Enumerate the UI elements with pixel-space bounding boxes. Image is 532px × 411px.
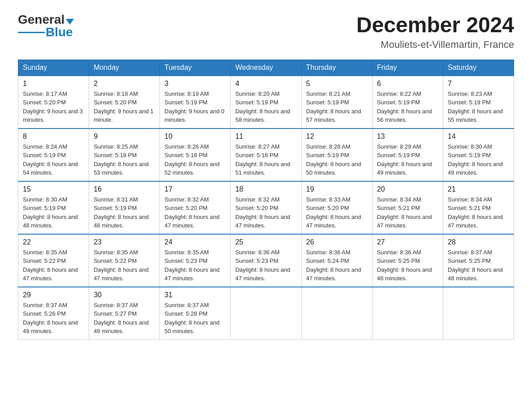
col-monday: Monday: [89, 60, 160, 76]
day-number: 6: [377, 80, 438, 88]
calendar-cell: 12 Sunrise: 8:28 AMSunset: 5:19 PMDaylig…: [301, 128, 372, 181]
day-info: Sunrise: 8:27 AMSunset: 5:18 PMDaylight:…: [235, 143, 290, 176]
day-number: 18: [235, 185, 296, 193]
day-number: 26: [306, 238, 368, 246]
calendar-cell: 20 Sunrise: 8:34 AMSunset: 5:21 PMDaylig…: [372, 181, 443, 234]
day-info: Sunrise: 8:25 AMSunset: 5:18 PMDaylight:…: [94, 143, 149, 176]
day-info: Sunrise: 8:28 AMSunset: 5:19 PMDaylight:…: [306, 143, 361, 176]
day-number: 22: [23, 238, 84, 246]
calendar-cell: [443, 287, 514, 340]
day-info: Sunrise: 8:34 AMSunset: 5:21 PMDaylight:…: [377, 196, 432, 229]
day-info: Sunrise: 8:35 AMSunset: 5:23 PMDaylight:…: [164, 249, 219, 282]
calendar-cell: 16 Sunrise: 8:31 AMSunset: 5:19 PMDaylig…: [89, 181, 160, 234]
calendar-cell: 28 Sunrise: 8:37 AMSunset: 5:25 PMDaylig…: [443, 234, 514, 287]
day-number: 8: [23, 133, 84, 141]
calendar-cell: 9 Sunrise: 8:25 AMSunset: 5:18 PMDayligh…: [89, 128, 160, 181]
calendar-cell: 14 Sunrise: 8:30 AMSunset: 5:19 PMDaylig…: [443, 128, 514, 181]
calendar-cell: 6 Sunrise: 8:22 AMSunset: 5:19 PMDayligh…: [372, 76, 443, 128]
day-info: Sunrise: 8:18 AMSunset: 5:20 PMDaylight:…: [94, 90, 154, 124]
day-number: 15: [23, 185, 84, 193]
col-tuesday: Tuesday: [160, 60, 231, 76]
calendar-cell: 2 Sunrise: 8:18 AMSunset: 5:20 PMDayligh…: [89, 76, 160, 128]
col-wednesday: Wednesday: [231, 60, 301, 76]
day-info: Sunrise: 8:26 AMSunset: 5:18 PMDaylight:…: [164, 143, 219, 176]
day-number: 29: [23, 291, 84, 299]
calendar-cell: 13 Sunrise: 8:29 AMSunset: 5:19 PMDaylig…: [372, 128, 443, 181]
day-number: 12: [306, 133, 368, 141]
day-number: 11: [235, 133, 296, 141]
col-thursday: Thursday: [301, 60, 372, 76]
day-number: 23: [94, 238, 155, 246]
calendar-cell: 10 Sunrise: 8:26 AMSunset: 5:18 PMDaylig…: [160, 128, 231, 181]
calendar-week-row: 8 Sunrise: 8:24 AMSunset: 5:19 PMDayligh…: [18, 128, 514, 181]
calendar-week-row: 1 Sunrise: 8:17 AMSunset: 5:20 PMDayligh…: [18, 76, 514, 128]
day-number: 25: [235, 238, 296, 246]
day-info: Sunrise: 8:21 AMSunset: 5:19 PMDaylight:…: [306, 90, 361, 124]
calendar-week-row: 15 Sunrise: 8:30 AMSunset: 5:19 PMDaylig…: [18, 181, 514, 234]
calendar-cell: [231, 287, 301, 340]
calendar-cell: 26 Sunrise: 8:36 AMSunset: 5:24 PMDaylig…: [301, 234, 372, 287]
calendar-cell: 3 Sunrise: 8:19 AMSunset: 5:19 PMDayligh…: [160, 76, 231, 128]
day-info: Sunrise: 8:30 AMSunset: 5:19 PMDaylight:…: [448, 143, 503, 176]
day-number: 4: [235, 80, 296, 88]
day-number: 3: [164, 80, 226, 88]
calendar-cell: 31 Sunrise: 8:37 AMSunset: 5:28 PMDaylig…: [160, 287, 231, 340]
logo-general-text: General: [18, 13, 64, 26]
calendar-cell: 19 Sunrise: 8:33 AMSunset: 5:20 PMDaylig…: [301, 181, 372, 234]
day-number: 16: [94, 185, 155, 193]
logo: General Blue: [18, 13, 74, 39]
day-info: Sunrise: 8:35 AMSunset: 5:22 PMDaylight:…: [23, 249, 78, 282]
day-info: Sunrise: 8:36 AMSunset: 5:23 PMDaylight:…: [235, 249, 290, 282]
calendar-cell: 22 Sunrise: 8:35 AMSunset: 5:22 PMDaylig…: [18, 234, 89, 287]
day-number: 30: [94, 291, 155, 299]
day-number: 17: [164, 185, 226, 193]
calendar-cell: 11 Sunrise: 8:27 AMSunset: 5:18 PMDaylig…: [231, 128, 301, 181]
day-info: Sunrise: 8:32 AMSunset: 5:20 PMDaylight:…: [235, 196, 290, 229]
day-info: Sunrise: 8:23 AMSunset: 5:19 PMDaylight:…: [448, 90, 503, 124]
page-header: General Blue December 2024 Mouliets-et-V…: [18, 13, 514, 51]
day-info: Sunrise: 8:33 AMSunset: 5:20 PMDaylight:…: [306, 196, 361, 229]
calendar-cell: 23 Sunrise: 8:35 AMSunset: 5:22 PMDaylig…: [89, 234, 160, 287]
logo-blue-text: Blue: [46, 26, 73, 39]
day-number: 10: [164, 133, 226, 141]
col-saturday: Saturday: [443, 60, 514, 76]
day-number: 14: [448, 133, 509, 141]
day-info: Sunrise: 8:36 AMSunset: 5:25 PMDaylight:…: [377, 249, 432, 282]
calendar-cell: 4 Sunrise: 8:20 AMSunset: 5:19 PMDayligh…: [231, 76, 301, 128]
day-info: Sunrise: 8:29 AMSunset: 5:19 PMDaylight:…: [377, 143, 432, 176]
calendar-cell: 7 Sunrise: 8:23 AMSunset: 5:19 PMDayligh…: [443, 76, 514, 128]
calendar-cell: 15 Sunrise: 8:30 AMSunset: 5:19 PMDaylig…: [18, 181, 89, 234]
day-number: 2: [94, 80, 155, 88]
day-number: 31: [164, 291, 226, 299]
day-number: 20: [377, 185, 438, 193]
day-info: Sunrise: 8:31 AMSunset: 5:19 PMDaylight:…: [94, 196, 149, 229]
day-info: Sunrise: 8:34 AMSunset: 5:21 PMDaylight:…: [448, 196, 503, 229]
logo-triangle-icon: [66, 19, 74, 25]
calendar-cell: 8 Sunrise: 8:24 AMSunset: 5:19 PMDayligh…: [18, 128, 89, 181]
day-number: 9: [94, 133, 155, 141]
day-info: Sunrise: 8:24 AMSunset: 5:19 PMDaylight:…: [23, 143, 78, 176]
title-block: December 2024 Mouliets-et-Villemartin, F…: [356, 13, 514, 51]
day-number: 24: [164, 238, 226, 246]
calendar-cell: 30 Sunrise: 8:37 AMSunset: 5:27 PMDaylig…: [89, 287, 160, 340]
day-number: 28: [448, 238, 509, 246]
day-info: Sunrise: 8:37 AMSunset: 5:27 PMDaylight:…: [94, 302, 149, 335]
calendar-week-row: 29 Sunrise: 8:37 AMSunset: 5:26 PMDaylig…: [18, 287, 514, 340]
calendar-cell: 21 Sunrise: 8:34 AMSunset: 5:21 PMDaylig…: [443, 181, 514, 234]
col-friday: Friday: [372, 60, 443, 76]
calendar-cell: 24 Sunrise: 8:35 AMSunset: 5:23 PMDaylig…: [160, 234, 231, 287]
calendar-table: Sunday Monday Tuesday Wednesday Thursday…: [18, 60, 514, 340]
day-number: 27: [377, 238, 438, 246]
day-number: 5: [306, 80, 368, 88]
day-info: Sunrise: 8:32 AMSunset: 5:20 PMDaylight:…: [164, 196, 219, 229]
col-sunday: Sunday: [18, 60, 89, 76]
day-info: Sunrise: 8:22 AMSunset: 5:19 PMDaylight:…: [377, 90, 432, 124]
calendar-cell: 17 Sunrise: 8:32 AMSunset: 5:20 PMDaylig…: [160, 181, 231, 234]
calendar-week-row: 22 Sunrise: 8:35 AMSunset: 5:22 PMDaylig…: [18, 234, 514, 287]
day-number: 19: [306, 185, 368, 193]
day-info: Sunrise: 8:19 AMSunset: 5:19 PMDaylight:…: [164, 90, 224, 124]
day-info: Sunrise: 8:20 AMSunset: 5:19 PMDaylight:…: [235, 90, 290, 124]
location-title: Mouliets-et-Villemartin, France: [356, 39, 514, 51]
day-number: 21: [448, 185, 509, 193]
calendar-cell: 1 Sunrise: 8:17 AMSunset: 5:20 PMDayligh…: [18, 76, 89, 128]
